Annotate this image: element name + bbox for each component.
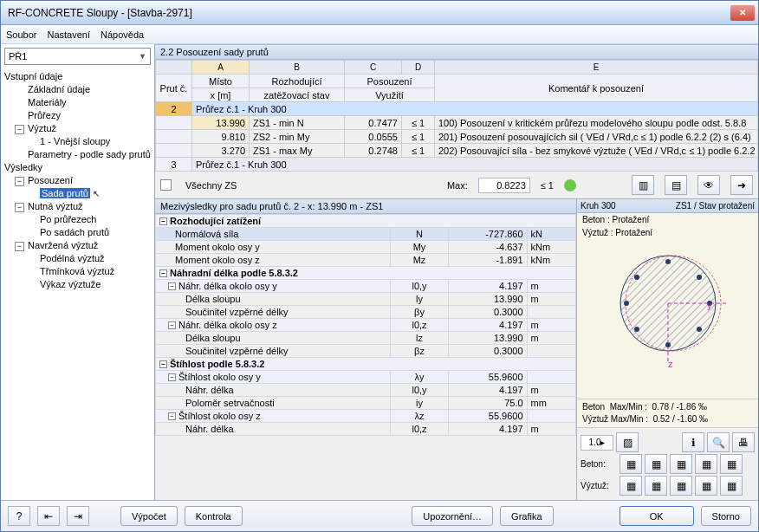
col-prut[interactable]: Prut č. xyxy=(156,75,192,102)
filter-1-button[interactable]: ▥ xyxy=(632,175,654,195)
vyztuz-opt-1[interactable]: ▦ xyxy=(620,476,642,496)
col-zat: zatěžovací stav xyxy=(250,88,345,102)
tree-basic-data[interactable]: Základní údaje xyxy=(3,83,152,96)
detail-row[interactable]: Moment okolo osy yMy-4.637kNm xyxy=(156,241,576,254)
calculate-button[interactable]: Výpočet xyxy=(120,506,178,526)
data-row[interactable]: 13.990 ZS1 - min N 0.7477 ≤ 1 100) Posou… xyxy=(156,116,758,130)
tree-parameters[interactable]: Parametry - podle sady prutů xyxy=(3,148,152,161)
vyztuz-opt-3[interactable]: ▦ xyxy=(670,476,692,496)
tree-reinforcement[interactable]: −Výztuž xyxy=(3,122,152,135)
col-e[interactable]: E xyxy=(435,61,758,75)
info-button[interactable]: ℹ xyxy=(682,432,704,452)
tree-input-data[interactable]: Vstupní údaje xyxy=(3,70,152,83)
col-c[interactable]: C xyxy=(345,61,402,75)
menu-file[interactable]: Soubor xyxy=(6,29,36,40)
detail-row[interactable]: Poloměr setrvačnostiiy75.0mm xyxy=(156,397,576,410)
beton-opt-3[interactable]: ▦ xyxy=(670,454,692,474)
case-combo[interactable]: PŘ1 ▼ xyxy=(4,48,151,65)
detail-row[interactable]: Náhr. délkal0,y4.197m xyxy=(156,384,576,397)
check-button[interactable]: Kontrola xyxy=(185,506,243,526)
tree-by-section[interactable]: Po průřezech xyxy=(3,213,152,226)
detail-row[interactable]: Moment okolo osy zMz-1.891kNm xyxy=(156,254,576,267)
detail-row[interactable]: Náhr. délkal0,z4.197m xyxy=(156,423,576,436)
menu-settings[interactable]: Nastavení xyxy=(47,29,90,40)
filter-2-button[interactable]: ▤ xyxy=(665,175,687,195)
help-button[interactable]: ? xyxy=(8,506,30,526)
tree-materials[interactable]: Materiály xyxy=(3,96,152,109)
col-b[interactable]: B xyxy=(250,61,345,75)
print-button[interactable]: 🖶 xyxy=(732,432,755,452)
svg-point-12 xyxy=(634,275,639,280)
data-row[interactable]: 3.270 ZS1 - max My 0.2748 ≤ 1 202) Posou… xyxy=(156,144,758,158)
beton-opt-5[interactable]: ▦ xyxy=(720,454,743,474)
goto-button[interactable]: ➜ xyxy=(730,175,753,195)
tree-design[interactable]: −Posouzení xyxy=(3,174,152,187)
group-row[interactable]: 3 Průřez č.1 - Kruh 300 xyxy=(156,158,758,172)
collapse-icon[interactable]: − xyxy=(15,242,24,251)
col-vyuziti: Využití xyxy=(345,88,435,102)
close-button[interactable]: ✕ xyxy=(730,5,755,21)
svg-point-10 xyxy=(634,327,639,332)
search-button[interactable]: 🔍 xyxy=(707,432,730,452)
prev-button[interactable]: ⇤ xyxy=(37,506,60,526)
tree-outer-columns[interactable]: 1 - Vnější sloupy xyxy=(3,135,152,148)
axis-z-label: z xyxy=(668,359,673,369)
details-panel[interactable]: Mezivýsledky pro sadu prutů č. 2 - x: 13… xyxy=(155,199,576,500)
results-grid-wrap[interactable]: A B C D E Prut č. Místo Rozhodující Poso… xyxy=(155,60,758,172)
beton-opt-1[interactable]: ▦ xyxy=(620,454,642,474)
tree-stirrup[interactable]: Třmínková výztuž xyxy=(3,265,152,278)
col-d[interactable]: D xyxy=(402,61,435,75)
all-ls-label: Všechny ZS xyxy=(185,180,237,191)
tree-member-set[interactable]: Sada prutů ↖ xyxy=(3,187,152,200)
svg-point-9 xyxy=(665,342,671,347)
collapse-icon[interactable]: − xyxy=(15,125,24,134)
detail-row[interactable]: Součinitel vzpěrné délkyβz0.3000 xyxy=(156,345,576,358)
all-ls-checkbox[interactable] xyxy=(160,179,172,191)
window-title: RF-CONCRETE Sloupy - [Stavba-2971] xyxy=(8,7,730,19)
max-label: Max: xyxy=(447,180,468,191)
tree-schedule[interactable]: Výkaz výztuže xyxy=(3,278,152,291)
info-vyztuz: Výztuž : Protažení xyxy=(577,226,758,239)
app-window: RF-CONCRETE Sloupy - [Stavba-2971] ✕ Sou… xyxy=(0,0,759,532)
section-state: ZS1 / Stav protažení xyxy=(676,201,755,211)
max-value: 0.8223 xyxy=(478,178,530,193)
view-button[interactable]: 👁 xyxy=(697,175,720,195)
tree-results[interactable]: Výsledky xyxy=(3,161,152,174)
next-button[interactable]: ⇥ xyxy=(67,506,89,526)
ok-button[interactable]: OK xyxy=(620,506,694,526)
tree-sections[interactable]: Průřezy xyxy=(3,109,152,122)
collapse-icon[interactable]: − xyxy=(15,203,24,212)
detail-row[interactable]: Délka sloupuly13.990m xyxy=(156,293,576,306)
detail-row[interactable]: Délka sloupulz13.990m xyxy=(156,332,576,345)
beton-opt-4[interactable]: ▦ xyxy=(695,454,717,474)
tree-longitudinal[interactable]: Podélná výztuž xyxy=(3,252,152,265)
vyztuz-opt-4[interactable]: ▦ xyxy=(695,476,717,496)
col-x: x [m] xyxy=(192,88,250,102)
group-row[interactable]: 2 Průřez č.1 - Kruh 300 xyxy=(156,102,758,116)
detail-row[interactable]: Součinitel vzpěrné délkyβy0.3000 xyxy=(156,306,576,319)
warnings-button[interactable]: Upozornění… xyxy=(412,506,493,526)
col-rozhod: Rozhodující xyxy=(250,75,345,88)
hatch-button[interactable]: ▨ xyxy=(616,432,639,452)
vyztuz-opt-5[interactable]: ▦ xyxy=(720,476,743,496)
cancel-button[interactable]: Storno xyxy=(701,506,751,526)
section-canvas[interactable]: y z xyxy=(577,239,758,399)
beton-opt-2[interactable]: ▦ xyxy=(645,454,667,474)
collapse-icon[interactable]: − xyxy=(15,177,24,186)
tree-designed-reinf[interactable]: −Navržená výztuž xyxy=(3,239,152,252)
data-row[interactable]: 9.810 ZS2 - min My 0.0555 ≤ 1 201) Posou… xyxy=(156,130,758,144)
svg-point-8 xyxy=(697,327,702,332)
minmax-block: Beton Max/Min : 0.78 / -1.86 ‰ Výztuž Ma… xyxy=(577,399,758,427)
nav-tree[interactable]: Vstupní údaje Základní údaje Materiály P… xyxy=(1,68,154,500)
menu-help[interactable]: Nápověda xyxy=(101,29,144,40)
max-criterion: ≤ 1 xyxy=(541,180,554,191)
vyztuz-opt-2[interactable]: ▦ xyxy=(645,476,667,496)
tree-required-reinf[interactable]: −Nutná výztuž xyxy=(3,200,152,213)
zoom-stepper[interactable]: 1.0▸ xyxy=(581,435,613,451)
results-grid[interactable]: A B C D E Prut č. Místo Rozhodující Poso… xyxy=(155,60,758,172)
graphics-button[interactable]: Grafika xyxy=(500,506,553,526)
tree-by-memberset[interactable]: Po sadách prutů xyxy=(3,226,152,239)
detail-row[interactable]: Normálová sílaN-727.860kN xyxy=(156,228,576,241)
col-misto: Místo xyxy=(192,75,250,88)
col-a[interactable]: A xyxy=(192,61,250,75)
